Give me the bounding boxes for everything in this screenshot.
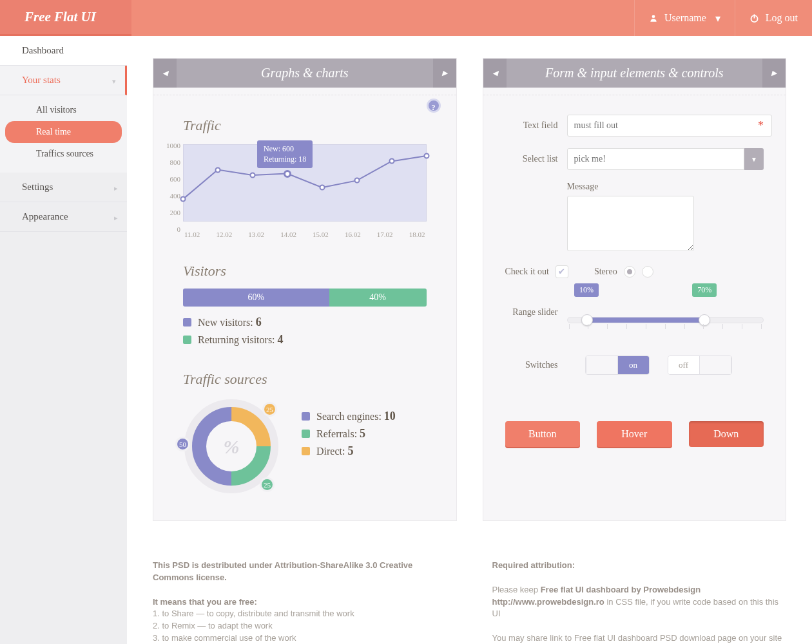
sidebar-item-yourstats[interactable]: Your stats ▾ — [0, 66, 127, 95]
help-icon[interactable]: ? — [427, 99, 441, 113]
button-down[interactable]: Down — [689, 421, 764, 447]
select-input[interactable] — [567, 148, 745, 170]
donut-chart: % 50 25 25 — [183, 398, 280, 495]
y-axis-labels: 10008006004002000 — [160, 142, 180, 242]
switch-label: on — [618, 356, 649, 374]
checkbox-input[interactable]: ✔ — [556, 265, 568, 278]
footer-text: 2. to Remix — to adapt the work — [153, 620, 447, 632]
donut-badge-50: 50 — [175, 437, 190, 451]
footer-text: Free flat UI dashboard by Prowebdesign — [541, 585, 701, 594]
visitors-bar: 60% 40% — [183, 289, 427, 307]
footer-text: Please keep — [492, 585, 541, 594]
sidebar-item-dashboard[interactable]: Dashboard — [0, 36, 127, 66]
chevron-right-icon: ▸ — [114, 184, 118, 193]
chevron-down-icon: ▾ — [112, 77, 116, 86]
legend-value: 5 — [360, 427, 365, 440]
sidebar-sub-realtime[interactable]: Real time — [5, 121, 122, 143]
sidebar-label: Appearance — [22, 211, 68, 222]
panel-prev-button[interactable]: ◀ — [483, 59, 507, 88]
panel-next-button[interactable]: ▶ — [433, 59, 456, 88]
switch-off[interactable]: off — [668, 355, 732, 375]
legend-label: Search engines: — [316, 411, 382, 422]
range-slider[interactable]: 10% 70% — [567, 301, 764, 323]
panel-header: ◀ Form & input elements & controls ▶ — [483, 59, 786, 88]
chevron-right-icon: ▸ — [114, 214, 118, 222]
sidebar-submenu: All visitors Real time Traffics sources — [0, 95, 127, 173]
legend-label: Direct: — [316, 446, 345, 457]
x-axis-labels: 11.0212.0213.0214.0215.0216.0217.0218.02 — [183, 231, 427, 238]
caret-down-icon: ▾ — [715, 12, 720, 24]
user-menu[interactable]: Username ▾ — [634, 0, 735, 36]
brand-logo: Free Flat UI — [0, 0, 131, 36]
traffic-title: Traffic — [183, 117, 427, 134]
svg-text:%: % — [224, 436, 240, 457]
panel-graphs: ◀ Graphs & charts ▶ ? Traffic 1000800600… — [153, 58, 457, 521]
username-label: Username — [664, 12, 706, 24]
sources-title: Traffic sources — [183, 371, 427, 388]
select-label: Select list — [505, 154, 558, 164]
panel-header: ◀ Graphs & charts ▶ — [153, 59, 456, 88]
sidebar-label: Your stats — [22, 75, 61, 85]
slider-bubble-high: 70% — [692, 283, 717, 297]
switch-on[interactable]: on — [585, 355, 650, 375]
switch-label: off — [668, 356, 699, 374]
sources-legend: Search engines: 10 Referrals: 5 Direct: … — [302, 406, 396, 495]
message-textarea[interactable] — [567, 196, 694, 251]
legend-value: 5 — [347, 444, 353, 458]
footer-text: Required attribution: — [492, 560, 575, 570]
topbar: Free Flat UI Username ▾ Log out — [0, 0, 812, 36]
logout-label: Log out — [766, 12, 798, 24]
sidebar-item-appearance[interactable]: Appearance ▸ — [0, 202, 127, 232]
radio-group-label: Stereo — [594, 267, 617, 277]
visitors-bar-new: 60% — [183, 289, 329, 307]
textfield-label: Text field — [505, 120, 558, 131]
message-label: Message — [567, 182, 764, 192]
legend-label: Returning visitors: — [198, 334, 275, 346]
footer-text: It means that you are free: — [153, 597, 257, 607]
radio-off[interactable] — [642, 266, 653, 278]
button-default[interactable]: Button — [505, 421, 581, 447]
panel-forms: ◀ Form & input elements & controls ▶ Tex… — [483, 58, 787, 521]
legend-value: 4 — [278, 333, 284, 346]
panel-title: Form & input elements & controls — [545, 66, 723, 80]
content-area: ◀ Graphs & charts ▶ ? Traffic 1000800600… — [127, 36, 812, 644]
sidebar-item-settings[interactable]: Settings ▸ — [0, 173, 127, 202]
legend-value: 10 — [384, 410, 396, 423]
sidebar-sub-allvisitors[interactable]: All visitors — [0, 99, 127, 121]
footer: This PSD is destributed under Attributio… — [153, 560, 786, 644]
panel-prev-button[interactable]: ◀ — [153, 59, 177, 88]
donut-badge-25b: 25 — [260, 477, 275, 492]
visitors-bar-returning: 40% — [329, 289, 427, 307]
sidebar-sub-trafficsources[interactable]: Traffics sources — [0, 143, 127, 165]
slider-bubble-low: 10% — [574, 283, 599, 297]
legend-value: 6 — [256, 316, 262, 329]
legend-label: Referrals: — [316, 428, 357, 440]
visitors-legend: New visitors: 6 Returning visitors: 4 — [183, 316, 427, 346]
required-asterisk-icon: * — [758, 119, 764, 133]
visitors-title: Visitors — [183, 263, 427, 279]
traffic-chart: 10008006004002000 New: 600 Returning: 18 — [183, 139, 427, 238]
sidebar-label: Settings — [22, 182, 53, 192]
footer-text: You may share link to Free flat UI dashb… — [492, 632, 787, 644]
chart-tooltip: New: 600 Returning: 18 — [257, 140, 313, 168]
donut-badge-25a: 25 — [262, 402, 277, 417]
select-dropdown-button[interactable]: ▼ — [744, 148, 764, 170]
switches-label: Switches — [505, 360, 558, 370]
panel-next-button[interactable]: ▶ — [762, 59, 786, 88]
footer-link: http://www.prowebdesign.ro — [492, 597, 604, 607]
text-input[interactable] — [567, 115, 773, 137]
button-hover[interactable]: Hover — [597, 421, 672, 447]
user-icon — [649, 14, 658, 23]
power-icon — [749, 14, 759, 23]
legend-label: New visitors: — [198, 317, 253, 328]
chart-plot: New: 600 Returning: 18 — [183, 139, 427, 227]
checkbox-label: Check it out — [505, 267, 549, 277]
logout-button[interactable]: Log out — [735, 0, 812, 36]
svg-point-0 — [652, 15, 655, 18]
sidebar: Dashboard Your stats ▾ All visitors Real… — [0, 36, 127, 644]
footer-text: 1. to Share — to copy, distribute and tr… — [153, 608, 447, 620]
range-slider-label: Range slider — [505, 307, 558, 317]
panel-title: Graphs & charts — [261, 66, 349, 80]
radio-on[interactable] — [624, 266, 635, 278]
footer-text: 3. to make commercial use of the work — [153, 632, 447, 644]
